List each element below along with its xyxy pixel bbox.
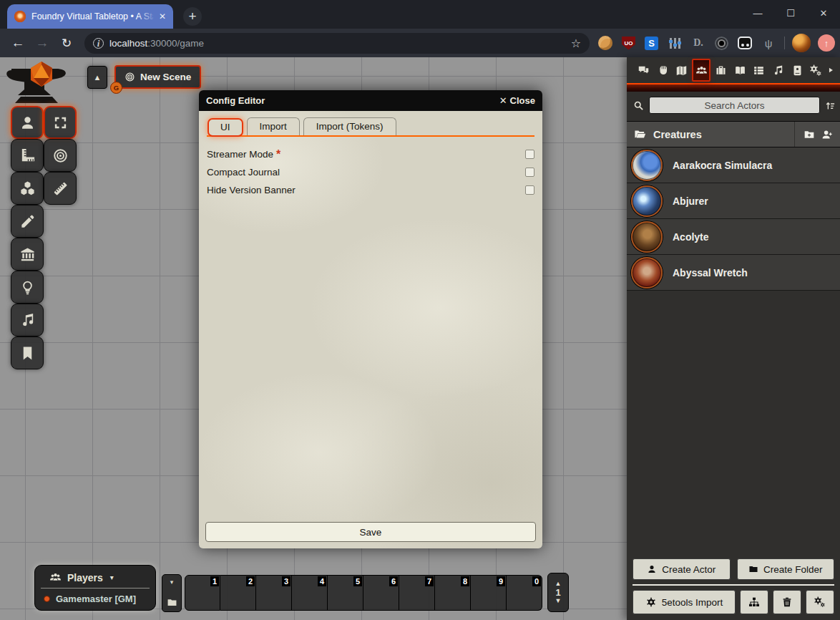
tab-import[interactable]: Import — [247, 117, 300, 135]
hotbar-slot[interactable]: 7 — [399, 575, 435, 611]
hotbar-slot[interactable]: 0 — [507, 575, 542, 611]
sort-icon[interactable] — [825, 100, 836, 111]
tool-measure-templates[interactable] — [11, 139, 44, 172]
sidebar-tab-settings[interactable] — [806, 58, 826, 82]
tab-import-tokens[interactable]: Import (Tokens) — [303, 117, 396, 135]
hotbar-slot[interactable]: 4 — [292, 575, 328, 611]
search-input[interactable] — [649, 97, 820, 114]
maximize-button[interactable]: ☐ — [774, 8, 807, 19]
create-folder-button[interactable]: Create Folder — [737, 558, 835, 580]
tool-tiles[interactable] — [11, 172, 44, 205]
actor-portrait[interactable] — [631, 257, 663, 289]
tool-target-token[interactable] — [44, 139, 77, 172]
actor-row[interactable]: Abyssal Wretch — [627, 255, 840, 291]
tab-ui[interactable]: UI — [207, 118, 243, 137]
tool-token-controls[interactable] — [11, 106, 44, 139]
minimize-button[interactable]: — — [741, 8, 774, 19]
sidebar-tab-scenes[interactable] — [672, 58, 691, 82]
hide-version-banner-checkbox[interactable] — [525, 185, 534, 195]
chevron-down-icon: ▾ — [110, 573, 114, 581]
folder-header-creatures[interactable]: Creatures — [627, 121, 840, 147]
sidebar-tab-playlists[interactable] — [768, 58, 788, 82]
tool-sounds[interactable] — [11, 304, 44, 336]
tool-measure-distance[interactable] — [44, 172, 77, 205]
player-row[interactable]: Gamemaster [GM] — [35, 588, 155, 606]
hotbar-page-control[interactable]: ▲ 1 ▼ — [547, 573, 569, 612]
folder-tree-button[interactable] — [740, 590, 768, 614]
hotbar-slot[interactable]: 8 — [435, 575, 471, 611]
cookie-extension-icon[interactable] — [598, 36, 612, 50]
bookmark-icon — [19, 345, 36, 362]
sidebar-tab-actors[interactable] — [692, 59, 710, 82]
hotbar-slot[interactable]: 2 — [220, 575, 256, 611]
url-bar[interactable]: i localhost:30000/game ☆ — [84, 33, 590, 54]
browser-tab[interactable]: Foundry Virtual Tabletop • A Stan ✕ — [7, 4, 173, 29]
stylus-extension-icon[interactable]: S — [645, 37, 658, 50]
actor-portrait[interactable] — [631, 221, 663, 253]
create-actor-button[interactable]: Create Actor — [633, 558, 731, 580]
actor-portrait[interactable] — [631, 150, 663, 181]
dialog-header[interactable]: Config Editor ✕Close — [199, 90, 542, 111]
darkreader-extension-icon[interactable] — [738, 37, 752, 49]
create-actor-in-folder-icon[interactable] — [821, 129, 833, 140]
dialog-close-button[interactable]: ✕Close — [499, 95, 535, 106]
tool-lighting[interactable] — [11, 271, 44, 304]
actor-portrait[interactable] — [631, 185, 663, 217]
tool-walls[interactable] — [11, 238, 44, 271]
back-button[interactable]: ← — [6, 35, 30, 51]
sidebar-tab-compendium[interactable] — [788, 58, 807, 82]
players-header[interactable]: Players ▾ — [41, 571, 150, 588]
compact-journal-checkbox[interactable] — [525, 168, 534, 177]
foundry-logo — [4, 60, 82, 106]
create-subfolder-icon[interactable] — [804, 129, 815, 140]
sidebar-tab-tables[interactable] — [749, 58, 768, 82]
delete-button[interactable] — [773, 590, 801, 614]
slot-key: 4 — [318, 576, 326, 586]
actor-row[interactable]: Acolyte — [627, 219, 840, 255]
window-controls: — ☐ ✕ — [741, 0, 840, 26]
actor-name: Acolyte — [673, 231, 709, 243]
actor-row[interactable]: Abjurer — [627, 183, 840, 219]
hotbar-slot[interactable]: 6 — [363, 575, 399, 611]
tool-drawings[interactable] — [11, 205, 44, 238]
sidebar-tab-chat[interactable] — [634, 58, 653, 82]
close-window-button[interactable]: ✕ — [807, 8, 840, 19]
new-tab-button[interactable]: + — [183, 7, 202, 26]
form-row-compact-journal: Compact Journal — [207, 163, 534, 181]
lens-extension-icon[interactable] — [715, 37, 728, 50]
sidebar-tab-items[interactable] — [711, 58, 731, 82]
tool-select-targets[interactable] — [44, 106, 77, 139]
bookmark-star-icon[interactable]: ☆ — [571, 37, 581, 50]
hotbar-slot[interactable]: 1 — [185, 575, 220, 611]
scene-nav-new-scene[interactable]: New Scene G — [114, 65, 201, 89]
profile-avatar[interactable] — [792, 34, 811, 52]
tab-close-icon[interactable]: ✕ — [159, 11, 166, 21]
tool-notes[interactable] — [11, 336, 44, 369]
game-canvas[interactable]: ▲ New Scene G Config Editor ✕Close UI — [0, 57, 840, 620]
sliders-extension-icon[interactable] — [668, 36, 682, 50]
chevron-up-icon[interactable]: ▲ — [555, 581, 562, 587]
hotbar-slot[interactable]: 3 — [256, 575, 292, 611]
sidebar: Creatures Aarakocra Simulacra Abjurer Ac… — [627, 57, 840, 620]
sidebar-tab-combat[interactable] — [653, 58, 673, 82]
macro-directory-control[interactable]: ▾ — [162, 574, 182, 612]
sidebar-tab-journal[interactable] — [731, 58, 750, 82]
nav-collapse-button[interactable]: ▲ — [87, 66, 107, 89]
settings-button[interactable] — [806, 590, 834, 614]
ublock-extension-icon[interactable]: UO — [622, 37, 635, 50]
claw-extension-icon[interactable]: ψ — [761, 36, 776, 50]
reload-button[interactable]: ↻ — [54, 36, 79, 51]
save-button[interactable]: Save — [205, 522, 536, 542]
d-extension-icon[interactable]: D. — [691, 36, 705, 50]
hotbar-slot[interactable]: 9 — [471, 575, 507, 611]
streamer-mode-checkbox[interactable] — [525, 150, 534, 159]
site-info-icon[interactable]: i — [93, 38, 104, 49]
chevron-down-icon[interactable]: ▼ — [555, 598, 562, 604]
table-list-icon — [753, 64, 765, 77]
actor-row[interactable]: Aarakocra Simulacra — [627, 147, 840, 183]
hotbar-slot[interactable]: 5 — [328, 575, 363, 611]
sidebar-collapse-button[interactable] — [826, 58, 836, 82]
browser-update-button[interactable]: ↑ — [818, 34, 835, 52]
fivetools-import-button[interactable]: 5etools Import — [633, 590, 736, 614]
footer-divider — [633, 584, 834, 586]
